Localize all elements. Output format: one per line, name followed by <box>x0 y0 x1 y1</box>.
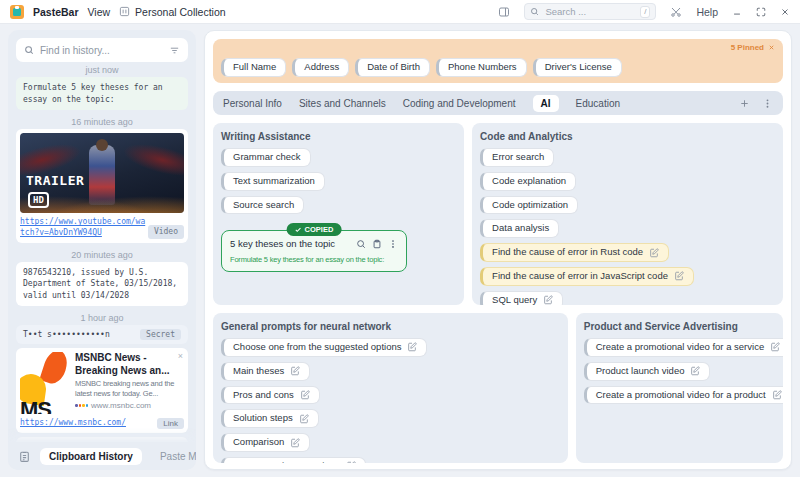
clip-comparison[interactable]: Comparison <box>221 433 310 452</box>
help-button[interactable]: Help <box>696 6 718 18</box>
clip-5-key-theses-copied[interactable]: COPIED 5 key theses on the topic Formula… <box>221 230 407 272</box>
history-item-text[interactable]: Formulate 5 key theses for an essay on t… <box>16 77 188 110</box>
logo-text: MS <box>20 397 51 414</box>
copy-icon[interactable] <box>372 239 382 249</box>
sidebar-footer: Clipboard History Paste Menu <box>8 442 196 470</box>
template-icon <box>649 248 659 258</box>
clip-code-explanation[interactable]: Code explanation <box>480 172 576 191</box>
history-timestamp: 16 minutes ago <box>16 114 188 129</box>
board-writing-assistance: Writing Assistance Grammar check Text su… <box>213 123 464 305</box>
clip-label: Code optimization <box>492 199 568 212</box>
app-logo-icon <box>10 5 24 19</box>
clip-error-search[interactable]: Error search <box>480 148 554 167</box>
history-search-input[interactable] <box>40 45 163 56</box>
board-product-advertising: Product and Service Advertising Create a… <box>576 313 783 463</box>
link-badge: Link <box>157 418 184 429</box>
clip-label: Full Name <box>233 61 276 74</box>
clip-promo-video-service[interactable]: Create a promotional video for a service <box>584 338 783 357</box>
clip-common-misconceptions[interactable]: Common misconceptions <box>221 457 366 463</box>
search-icon <box>530 7 539 16</box>
tab-personal-info[interactable]: Personal Info <box>223 98 282 109</box>
clip-javascript-error[interactable]: Find the cause of error in JavaScript co… <box>480 267 694 286</box>
tab-sites-and-channels[interactable]: Sites and Channels <box>299 98 386 109</box>
masked-text: T••t s•••••••••••n <box>23 330 110 339</box>
pinned-clip-drivers-license[interactable]: Driver's License <box>533 58 622 77</box>
hd-badge: HD <box>28 192 49 208</box>
template-icon <box>770 342 780 352</box>
tab-education[interactable]: Education <box>576 98 620 109</box>
clip-data-analysis[interactable]: Data analysis <box>480 219 559 238</box>
clip-label: Pros and cons <box>233 389 294 402</box>
history-item-video[interactable]: TRAILER HD https://www.youtube.com/watch… <box>16 129 188 242</box>
tab-ai[interactable]: AI <box>533 95 559 112</box>
clip-label: Choose one from the suggested options <box>233 341 401 354</box>
maximize-icon[interactable] <box>756 7 766 17</box>
clip-choose-option[interactable]: Choose one from the suggested options <box>221 338 427 357</box>
history-item-linkcard[interactable]: MS MSNBC News - Breaking News an... MSNB… <box>16 348 188 432</box>
clip-product-launch-video[interactable]: Product launch video <box>584 362 711 381</box>
add-tab-icon[interactable] <box>739 98 750 109</box>
tab-clipboard-history[interactable]: Clipboard History <box>40 448 142 465</box>
filter-icon[interactable] <box>169 45 180 56</box>
minimize-icon[interactable] <box>732 7 742 17</box>
history-search[interactable] <box>16 38 188 62</box>
clip-pros-and-cons[interactable]: Pros and cons <box>221 386 320 405</box>
clip-label: Create a promotional video for a service <box>596 341 764 354</box>
template-icon <box>407 342 417 352</box>
clip-label: Find the cause of error in Rust code <box>492 246 643 259</box>
clip-label: Common misconceptions <box>233 460 340 463</box>
clip-source-search[interactable]: Source search <box>221 196 304 215</box>
clip-label: SQL query <box>492 294 537 305</box>
board-code-and-analytics: Code and Analytics Error search Code exp… <box>472 123 783 305</box>
clip-body: Formulate 5 key theses for an essay on t… <box>230 255 398 264</box>
collection-board-panel: 5 Pinned Full Name Address Date of Birth… <box>204 30 792 470</box>
clip-promo-video-product[interactable]: Create a promotional video for a product <box>584 386 783 405</box>
clip-grammar-check[interactable]: Grammar check <box>221 148 311 167</box>
clip-code-optimization[interactable]: Code optimization <box>480 196 578 215</box>
template-icon <box>290 438 300 448</box>
pinned-clip-address[interactable]: Address <box>292 58 349 77</box>
pinned-clip-full-name[interactable]: Full Name <box>221 58 286 77</box>
clip-label: Source search <box>233 199 294 212</box>
clip-label: Find the cause of error in JavaScript co… <box>492 270 668 283</box>
history-item-link[interactable]: https://www.youtube.com/watch?v=AbvDnYW9… <box>20 216 150 238</box>
history-item-text[interactable]: 9876543210, issued by U.S. Department of… <box>16 262 188 307</box>
linkcard-title: MSNBC News - Breaking News an... <box>75 352 176 377</box>
clipboard-icon[interactable] <box>18 450 31 463</box>
close-icon[interactable] <box>780 7 790 17</box>
tab-paste-menu[interactable]: Paste Menu <box>151 448 196 465</box>
clip-label: Phone Numbers <box>448 61 517 74</box>
collection-selector[interactable]: Personal Collection <box>119 6 225 18</box>
video-thumbnail: TRAILER HD <box>20 133 184 213</box>
titlebar: PasteBar View Personal Collection / Help <box>0 0 800 24</box>
pinned-clip-date-of-birth[interactable]: Date of Birth <box>355 58 430 77</box>
clip-sql-query[interactable]: SQL query <box>480 291 563 305</box>
pinned-clip-phone-numbers[interactable]: Phone Numbers <box>436 58 527 77</box>
clip-solution-steps[interactable]: Solution steps <box>221 409 319 428</box>
panel-layout-icon[interactable] <box>498 6 510 18</box>
linkcard-description: MSNBC breaking news and the latest news … <box>75 379 176 399</box>
global-search-input[interactable] <box>545 6 634 17</box>
more-options-icon[interactable] <box>388 239 398 249</box>
unpin-all-icon[interactable] <box>768 44 775 51</box>
close-icon[interactable]: × <box>178 352 183 361</box>
copied-badge: COPIED <box>287 223 342 236</box>
peacock-icon <box>75 404 88 407</box>
clip-title: 5 key theses on the topic <box>230 238 335 249</box>
more-options-icon[interactable] <box>762 98 773 109</box>
history-item-link[interactable]: https://www.msnbc.com/ <box>20 417 150 428</box>
tab-coding-and-development[interactable]: Coding and Development <box>403 98 516 109</box>
search-icon[interactable] <box>356 239 366 249</box>
clip-main-theses[interactable]: Main theses <box>221 362 310 381</box>
scissors-icon[interactable] <box>670 6 682 18</box>
clip-label: Text summarization <box>233 175 315 188</box>
history-timestamp: 1 hour ago <box>16 310 188 325</box>
clip-label: Grammar check <box>233 151 301 164</box>
global-search[interactable]: / <box>524 3 656 20</box>
menu-view[interactable]: View <box>88 6 111 18</box>
collection-icon <box>119 6 130 17</box>
history-item-secret[interactable]: T••t s•••••••••••n Secret <box>16 325 188 344</box>
clip-rust-error[interactable]: Find the cause of error in Rust code <box>480 243 669 262</box>
clip-text-summarization[interactable]: Text summarization <box>221 172 325 191</box>
template-icon <box>299 414 309 424</box>
